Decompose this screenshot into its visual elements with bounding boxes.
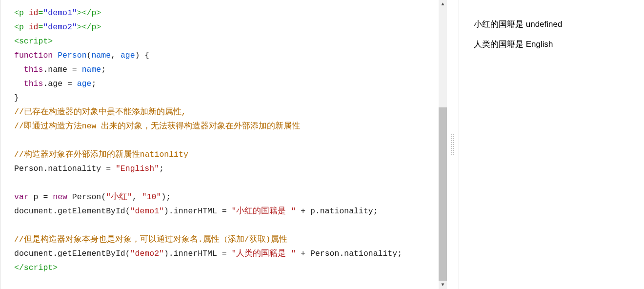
sc: ; — [101, 65, 106, 74]
string: "小红的国籍是 " — [232, 206, 296, 216]
scrollbar-down-arrow[interactable]: ▼ — [439, 281, 447, 289]
sc: ; — [159, 164, 164, 173]
var: age — [77, 79, 92, 88]
param: age — [121, 51, 135, 60]
drag-handle-icon — [451, 134, 455, 155]
code-editor-panel[interactable]: <p id="demo1"></p> <p id="demo2"></p> <s… — [0, 0, 447, 289]
string: "小红" — [106, 192, 132, 202]
string: "10" — [142, 192, 161, 202]
paren: ) { — [135, 51, 150, 60]
kw-function: function — [14, 51, 53, 60]
comment: //构造器对象在外部添加的新属性nationlity — [14, 150, 188, 159]
tag-close: > — [96, 8, 101, 18]
tag-name: script — [24, 263, 53, 272]
string: "人类的国籍是 " — [232, 249, 296, 258]
attr-val: "demo2" — [43, 22, 77, 32]
var: name — [82, 65, 101, 74]
sp — [53, 51, 58, 60]
txt: + p.nationality; — [296, 206, 378, 216]
txt: p = — [29, 192, 53, 202]
indent — [14, 79, 24, 88]
tag-close: > — [77, 8, 82, 18]
attr: id — [24, 22, 39, 32]
tag-name: p — [19, 22, 24, 32]
tag-close: > — [96, 22, 101, 32]
output-panel: 小红的国籍是 undefined 人类的国籍是 English — [459, 0, 644, 289]
tag-open: </ — [14, 263, 24, 272]
kw-new: new — [53, 192, 67, 202]
tag-close: > — [77, 22, 82, 32]
param: name — [91, 51, 111, 60]
tag-open: </ — [82, 22, 92, 32]
tag-name: script — [19, 37, 48, 46]
txt: Person( — [67, 192, 106, 202]
kw-this: this — [24, 65, 43, 74]
tag-open: < — [14, 22, 19, 32]
tag-name: p — [91, 8, 96, 18]
string: "English" — [116, 164, 159, 173]
txt: Person.nationality = — [14, 164, 116, 173]
txt: ).innerHTML = — [164, 206, 232, 216]
scrollbar-thumb[interactable] — [439, 107, 447, 281]
tag-open: </ — [82, 8, 92, 18]
sc: ; — [91, 79, 96, 88]
txt: document.getElementById( — [14, 206, 130, 216]
attr: id — [24, 8, 39, 18]
kw-this: this — [24, 79, 43, 88]
fn-name: Person — [58, 51, 86, 60]
txt: .name = — [43, 65, 81, 74]
comment: //已存在构造器的对象中是不能添加新的属性, — [14, 107, 186, 117]
txt: document.getElementById( — [14, 249, 130, 258]
comma: , — [132, 192, 142, 202]
string: "demo1" — [130, 206, 164, 216]
paren: ); — [161, 192, 171, 202]
output-line-1: 小红的国籍是 undefined — [474, 19, 629, 30]
string: "demo2" — [130, 249, 164, 258]
tag-name: p — [91, 22, 96, 32]
comment: //但是构造器对象本身也是对象，可以通过对象名.属性（添加/获取)属性 — [14, 235, 287, 244]
attr-val: "demo1" — [43, 8, 77, 18]
paren: ( — [87, 51, 92, 60]
tag-open: < — [14, 8, 19, 18]
tag-open: < — [14, 37, 19, 46]
txt: ).innerHTML = — [164, 249, 232, 258]
tag-close: > — [48, 37, 53, 46]
tag-name: p — [19, 8, 24, 18]
scrollbar-up-arrow[interactable]: ▲ — [439, 0, 447, 8]
brace: } — [14, 93, 19, 103]
eq: = — [39, 22, 43, 32]
kw-var: var — [14, 192, 29, 202]
txt: .age = — [43, 79, 77, 88]
tag-close: > — [53, 263, 58, 272]
output-line-2: 人类的国籍是 English — [474, 39, 629, 50]
code-content[interactable]: <p id="demo1"></p> <p id="demo2"></p> <s… — [0, 0, 447, 281]
panel-divider[interactable] — [447, 0, 459, 289]
indent — [14, 65, 24, 74]
comma: , — [111, 51, 121, 60]
eq: = — [39, 8, 43, 18]
txt: + Person.nationality; — [296, 249, 402, 258]
comment: //即通过构造方法new 出来的对象，无法获得构造器对象在外部添加的新属性 — [14, 122, 300, 131]
